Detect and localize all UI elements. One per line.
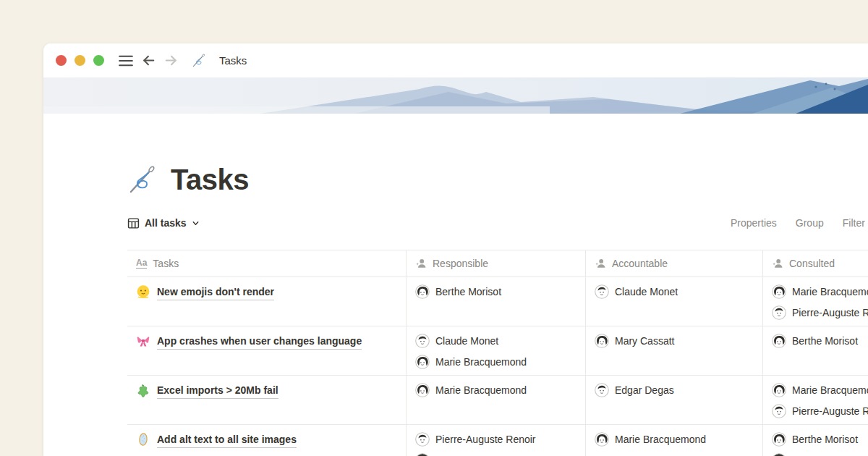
consulted-cell[interactable]: Marie Bracquemond Pierre-Auguste Renoir [763,277,868,326]
person-chip: Pierre-Auguste Renoir [415,432,579,447]
breadcrumb[interactable]: Tasks [219,54,247,67]
consulted-cell[interactable]: Berthe Morisot [763,326,868,375]
responsible-cell[interactable]: Claude Monet Marie Bracquemond [407,326,586,375]
person-chip [772,453,868,456]
melting-face-emoji-icon [136,284,150,299]
person-chip: Edgar Degas [595,383,757,397]
person-avatar [595,284,609,299]
needle-and-thread-icon [192,53,207,68]
task-title-link[interactable]: New emojis don't render [157,284,274,300]
person-chip: Berthe Morisot [772,334,868,348]
person-name: Berthe Morisot [435,286,501,297]
column-header-accountable[interactable]: Accountable [586,250,763,276]
column-label: Consulted [789,258,835,269]
person-name: Mary Cassatt [615,335,674,347]
sidebar-menu-icon[interactable] [118,55,134,67]
forward-arrow-icon[interactable] [163,53,179,68]
back-arrow-icon[interactable] [141,53,156,68]
person-name: Pierre-Auguste Renoir [792,307,868,318]
responsible-cell[interactable]: Berthe Morisot [407,277,586,326]
puzzle-piece-emoji-icon [136,383,150,397]
person-avatar [415,284,430,299]
consulted-cell[interactable]: Marie Bracquemond Pierre-Auguste Renoir [763,376,868,424]
person-name: Claude Monet [615,286,678,297]
person-name: Claude Monet [435,335,498,347]
group-button[interactable]: Group [796,217,824,229]
accountable-cell[interactable]: Claude Monet [586,277,763,326]
view-selector-label: All tasks [145,217,187,229]
person-chip: Mary Cassatt [595,334,757,348]
needle-and-thread-icon[interactable] [127,164,159,195]
person-name: Marie Bracquemond [435,384,527,396]
consulted-cell[interactable]: Berthe Morisot [763,425,868,456]
speckled-egg-emoji-icon [136,432,150,447]
column-label: Tasks [153,258,179,269]
properties-button[interactable]: Properties [731,217,777,229]
task-title-cell[interactable]: New emojis don't render [127,277,407,326]
task-title-cell[interactable]: Excel imports > 20Mb fail [127,376,407,424]
app-window: Tasks Tasks [43,43,868,456]
person-icon [595,258,606,269]
person-avatar [415,432,430,447]
toolbar-actions: Properties Group Filter [731,211,865,235]
zoom-window-button[interactable] [93,55,104,66]
responsible-cell[interactable]: Marie Bracquemond [407,376,586,424]
column-header-consulted[interactable]: Consulted [763,250,868,276]
person-name: Marie Bracquemond [792,384,868,396]
task-title-cell[interactable]: App crashes when user changes language [127,326,407,375]
person-name: Berthe Morisot [792,434,858,445]
page-title[interactable]: Tasks [171,164,249,196]
person-avatar [415,355,430,369]
title-aa-icon: Aa [136,258,147,269]
person-avatar [772,334,786,348]
accountable-cell[interactable]: Edgar Degas [586,376,763,424]
person-avatar [772,453,786,456]
accountable-cell[interactable]: Mary Cassatt [586,326,763,375]
task-title-cell[interactable]: Add alt text to all site images [127,425,407,456]
person-chip [415,453,579,456]
person-name: Pierre-Auguste Renoir [435,434,536,445]
column-header-tasks[interactable]: Aa Tasks [127,250,407,276]
page-content: Tasks All tasks Properties Group Filter … [43,163,868,456]
column-label: Accountable [612,258,668,269]
person-name: Marie Bracquemond [435,356,527,368]
person-chip: Marie Bracquemond [772,383,868,397]
person-chip: Marie Bracquemond [772,284,868,299]
minimize-window-button[interactable] [75,55,85,66]
task-title-link[interactable]: Add alt text to all site images [157,432,297,448]
person-avatar [772,305,786,320]
ribbon-bow-emoji-icon [136,334,150,348]
page-cover-image [43,77,868,114]
person-avatar [595,383,609,397]
column-header-responsible[interactable]: Responsible [407,250,586,276]
filter-button[interactable]: Filter [843,217,865,229]
person-avatar [415,383,430,397]
person-avatar [772,404,786,418]
person-name: Marie Bracquemond [615,434,706,445]
person-chip: Claude Monet [415,334,579,348]
responsible-cell[interactable]: Pierre-Auguste Renoir [407,425,586,456]
person-name: Pierre-Auguste Renoir [792,405,868,417]
column-label: Responsible [433,258,488,269]
chevron-down-icon [192,219,200,227]
person-chip: Marie Bracquemond [595,432,757,447]
person-chip: Berthe Morisot [415,284,579,299]
close-window-button[interactable] [56,55,67,66]
table-row: New emojis don't render Berthe Morisot C… [127,277,868,326]
table-row: Excel imports > 20Mb fail Marie Bracquem… [127,376,868,425]
person-icon [415,258,427,269]
person-chip: Berthe Morisot [772,432,868,447]
person-name: Edgar Degas [615,384,674,396]
table-row: Add alt text to all site images Pierre-A… [127,425,868,456]
table-row: App crashes when user changes language C… [127,326,868,376]
person-avatar [595,334,609,348]
task-title-link[interactable]: Excel imports > 20Mb fail [157,383,278,399]
task-title-link[interactable]: App crashes when user changes language [157,334,362,350]
person-name: Berthe Morisot [792,335,858,347]
person-avatar [415,453,430,456]
table-header-row: Aa Tasks Responsible Accountable Consult… [127,250,868,277]
tasks-table: Aa Tasks Responsible Accountable Consult… [127,250,868,456]
accountable-cell[interactable]: Marie Bracquemond [586,425,763,456]
view-toolbar: All tasks Properties Group Filter [127,211,868,235]
view-selector[interactable]: All tasks [127,217,200,229]
